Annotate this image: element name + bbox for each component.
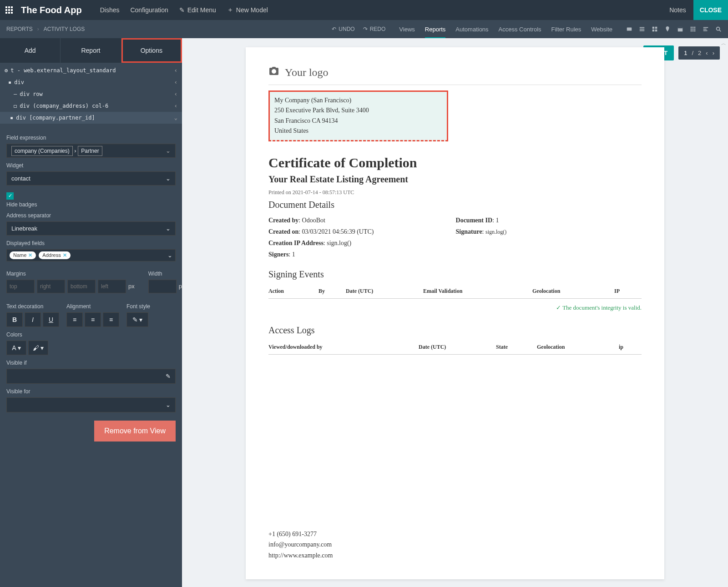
map-pin-icon[interactable]: [664, 26, 671, 32]
page-prev-button[interactable]: ‹: [706, 50, 708, 56]
undo-icon: ↶: [332, 26, 336, 32]
redo-button[interactable]: ↷REDO: [363, 26, 386, 32]
page-next-button[interactable]: ›: [713, 50, 714, 56]
th-ip: IP: [614, 288, 620, 295]
tree-row-company-address[interactable]: ◻div (company_address) col-6 ‹: [0, 100, 182, 112]
field-company-pill: company (Companies): [11, 146, 73, 156]
signing-events-header: Action By Date (UTC) Email Validation Ge…: [268, 284, 642, 299]
close-button[interactable]: CLOSE: [693, 0, 728, 20]
apps-icon[interactable]: [5, 6, 13, 14]
tree-row-divrow[interactable]: —div row ‹: [0, 88, 182, 100]
margin-bottom-input[interactable]: [67, 280, 96, 293]
nav-edit-menu[interactable]: ✎ Edit Menu: [179, 6, 216, 14]
page-sep: /: [692, 50, 693, 56]
tab-access-controls[interactable]: Access Controls: [499, 20, 541, 38]
tree-row-div1[interactable]: ▪div ‹: [0, 76, 182, 88]
remove-from-view-button[interactable]: Remove from View: [94, 421, 176, 442]
margin-left-input[interactable]: [98, 280, 126, 293]
margins-label: Margins: [6, 271, 135, 277]
visible-if-input[interactable]: ✎: [6, 369, 176, 384]
footer-url: http://www.example.com: [268, 550, 333, 561]
address-separator-select[interactable]: Linebreak ⌄: [6, 221, 176, 236]
doc-title: Certificate of Completion: [268, 155, 642, 171]
undo-button[interactable]: ↶UNDO: [332, 26, 354, 32]
top-nav: Dishes Configuration ✎ Edit Menu ＋ New M…: [100, 6, 670, 14]
widget-select[interactable]: contact ⌄: [6, 171, 176, 186]
font-style-button[interactable]: ✎ ▾: [126, 312, 148, 327]
bg-color-button[interactable]: 🖌 ▾: [28, 341, 48, 355]
tab-automations[interactable]: Automations: [455, 20, 488, 38]
nav-new-model[interactable]: ＋ New Model: [227, 6, 268, 14]
colors-label: Colors: [6, 331, 176, 338]
calendar-icon[interactable]: [677, 26, 683, 32]
access-logs-heading: Access Logs: [268, 325, 642, 336]
tree-label-3: div (company_address) col-6: [20, 103, 108, 109]
tree-row-partner-id[interactable]: ▪div [company.partner_id] ⌄: [0, 112, 182, 124]
tree-row-template[interactable]: ⚙t - web.external_layout_standard ‹: [0, 65, 182, 76]
created-by-label: Created by: [268, 217, 298, 224]
chevron-left-icon: ‹: [174, 79, 177, 85]
th2-date: Date (UTC): [419, 344, 496, 351]
chevron-down-icon: ⌄: [166, 175, 171, 182]
margin-unit: px: [128, 283, 135, 290]
remove-tag-icon[interactable]: ✕: [28, 252, 32, 258]
list-view-icon[interactable]: [639, 26, 645, 32]
align-center-button[interactable]: ≡: [85, 312, 101, 327]
tab-website[interactable]: Website: [591, 20, 612, 38]
sidebar-tabs: Add Report Options: [0, 38, 182, 63]
visible-for-input[interactable]: ⌄: [6, 397, 176, 412]
kanban-view-icon[interactable]: [652, 26, 658, 32]
bold-button[interactable]: B: [6, 312, 23, 327]
tab-views[interactable]: Views: [399, 20, 415, 38]
address-separator-value: Linebreak: [11, 225, 37, 232]
grid-icon[interactable]: [690, 26, 696, 32]
created-by-value: : OdooBot: [298, 217, 325, 224]
remove-tag-icon[interactable]: ✕: [63, 252, 67, 258]
italic-button[interactable]: I: [25, 312, 41, 327]
signature-colon: :: [482, 228, 485, 235]
visible-if-label: Visible if: [6, 360, 176, 366]
company-address-box[interactable]: My Company (San Francisco) 250 Executive…: [268, 90, 448, 141]
nav-new-model-label: New Model: [236, 6, 268, 14]
chevron-left-icon: ‹: [174, 103, 177, 109]
redo-icon: ↷: [363, 26, 368, 32]
tree-label-0: t - web.external_layout_standard: [10, 67, 116, 74]
displayed-fields-select[interactable]: Name✕ Address✕ ⌄: [6, 249, 176, 261]
nav-dishes[interactable]: Dishes: [100, 6, 120, 14]
svg-rect-19: [703, 27, 708, 28]
created-on-label: Created on: [268, 228, 298, 235]
hide-badges-checkbox[interactable]: ✓: [6, 192, 14, 200]
width-input[interactable]: [148, 280, 177, 293]
visible-for-label: Visible for: [6, 388, 176, 395]
search-icon[interactable]: [715, 26, 722, 32]
text-color-button[interactable]: A ▾: [6, 341, 26, 355]
margin-top-input[interactable]: [6, 280, 35, 293]
notes-link[interactable]: Notes: [669, 6, 686, 14]
breadcrumb-reports[interactable]: REPORTS: [6, 26, 33, 32]
card-view-icon[interactable]: [626, 26, 632, 32]
align-left-button[interactable]: ≡: [66, 312, 83, 327]
document-id-value: : 1: [492, 217, 499, 224]
align-right-button[interactable]: ≡: [103, 312, 119, 327]
tree-label-2: div row: [20, 91, 43, 97]
field-expression-select[interactable]: company (Companies) › Partner ⌄: [6, 144, 176, 158]
margin-right-input[interactable]: [37, 280, 65, 293]
main-tabs: Views Reports Automations Access Control…: [399, 20, 612, 38]
sidebar-tab-report[interactable]: Report: [61, 38, 121, 63]
svg-rect-13: [691, 29, 692, 30]
scroll-up-icon[interactable]: ︿: [721, 40, 726, 47]
document-page: Your logo My Company (San Francisco) 250…: [246, 47, 664, 579]
breadcrumb-arrow-icon: ›: [74, 147, 76, 154]
nav-configuration[interactable]: Configuration: [130, 6, 168, 14]
sidebar-tab-add[interactable]: Add: [0, 38, 61, 63]
breadcrumb-activity[interactable]: ACTIVITY LOGS: [44, 26, 85, 32]
underline-button[interactable]: U: [43, 312, 59, 327]
svg-rect-7: [655, 30, 657, 31]
sidebar-tab-options[interactable]: Options: [121, 38, 182, 63]
undo-redo: ↶UNDO ↷REDO: [332, 26, 385, 32]
tab-filter-rules[interactable]: Filter Rules: [551, 20, 581, 38]
form-view-icon[interactable]: [703, 26, 709, 32]
tab-reports[interactable]: Reports: [425, 20, 446, 38]
page-current: 1: [684, 50, 687, 56]
tag-name-label: Name: [13, 252, 26, 258]
